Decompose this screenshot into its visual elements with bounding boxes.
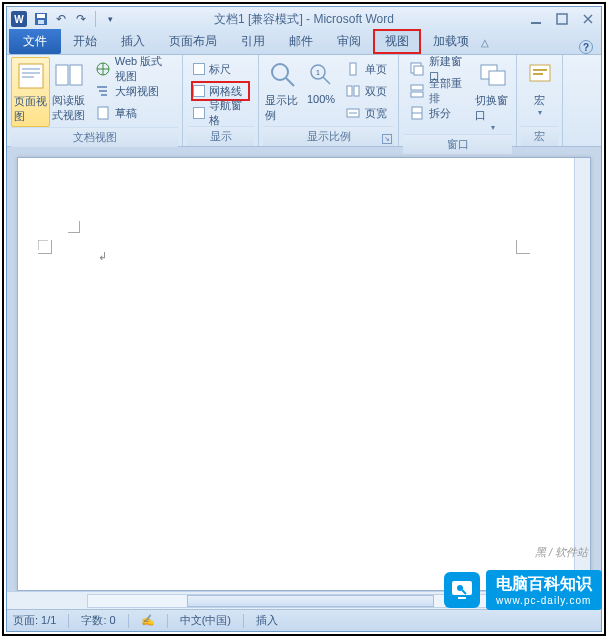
zoom-button[interactable]: 显示比例 [263,57,303,125]
tab-review[interactable]: 审阅 [325,29,373,54]
group-window: 新建窗口 全部重排 拆分 切换窗口 ▾ 窗口 [399,55,517,146]
svg-rect-14 [101,94,107,96]
tab-addins[interactable]: 加载项 [421,29,481,54]
close-button[interactable] [579,12,597,26]
svg-rect-4 [557,14,567,24]
document-area: ↲ [7,147,601,609]
navpane-checkbox[interactable]: 导航窗格 [191,103,250,123]
svg-rect-9 [56,65,68,85]
split-label: 拆分 [429,106,451,121]
qat-customize-icon[interactable]: ▾ [101,10,119,28]
minimize-button[interactable] [527,12,545,26]
margin-corner-tr [516,240,530,254]
tab-file[interactable]: 文件 [9,29,61,54]
group-label-macros: 宏 [521,126,558,146]
macros-button[interactable]: 宏 ▾ [521,57,558,119]
svg-rect-35 [533,73,543,75]
svg-rect-26 [414,66,423,75]
reading-layout-label: 阅读版式视图 [52,93,87,123]
svg-rect-37 [458,597,466,599]
word-app-icon: W [11,11,27,27]
svg-rect-8 [22,76,34,78]
two-page-button[interactable]: 双页 [343,81,389,101]
redo-icon[interactable]: ↷ [72,10,90,28]
svg-point-16 [272,64,288,80]
svg-rect-3 [531,22,541,24]
switch-windows-button[interactable]: 切换窗口 ▾ [473,57,512,134]
svg-line-20 [323,77,330,84]
svg-line-17 [286,78,294,86]
svg-rect-6 [22,68,40,70]
status-language[interactable]: 中文(中国) [180,613,231,628]
svg-rect-2 [38,20,44,24]
svg-rect-10 [70,65,82,85]
page-width-button[interactable]: 页宽 [343,103,389,123]
ribbon: 页面视图 阅读版式视图 Web 版式视图 大纲视图 [7,55,601,147]
macros-label: 宏 [534,93,545,108]
svg-rect-28 [411,92,423,97]
status-bar: 页面: 1/1 字数: 0 ✍ 中文(中国) 插入 [7,609,601,631]
page-width-label: 页宽 [365,106,387,121]
tab-view[interactable]: 视图 [373,29,421,54]
checkbox-icon [193,107,205,119]
svg-rect-21 [350,63,356,75]
one-page-button[interactable]: 单页 [343,59,389,79]
reading-layout-button[interactable]: 阅读版式视图 [50,57,89,125]
tab-references[interactable]: 引用 [229,29,277,54]
window-title: 文档1 [兼容模式] - Microsoft Word [214,11,394,28]
split-button[interactable]: 拆分 [407,103,469,123]
zoom-100-button[interactable]: 1 100% [303,57,339,107]
svg-rect-1 [37,14,45,18]
group-label-views: 文档视图 [11,127,178,147]
tab-home[interactable]: 开始 [61,29,109,54]
watermark-brand: 电脑百科知识 [496,575,592,592]
status-page[interactable]: 页面: 1/1 [13,613,56,628]
status-insert-mode[interactable]: 插入 [256,613,278,628]
navpane-label: 导航窗格 [209,98,248,128]
save-icon[interactable] [32,10,50,28]
tab-layout[interactable]: 页面布局 [157,29,229,54]
switch-windows-label: 切换窗口 [475,93,510,123]
svg-rect-23 [354,86,359,96]
watermark-logo: 电脑百科知识 www.pc-daily.com [444,570,602,610]
tab-insert[interactable]: 插入 [109,29,157,54]
web-layout-button[interactable]: Web 版式视图 [93,59,174,79]
arrange-all-button[interactable]: 全部重排 [407,81,469,101]
watermark-small-text: 黑 / 软件站 [535,545,588,560]
document-page[interactable]: ↲ [17,157,591,591]
status-word-count[interactable]: 字数: 0 [81,613,115,628]
ruler-label: 标尺 [209,62,231,77]
ribbon-minimize-icon[interactable]: △ [481,37,489,48]
dropdown-icon: ▾ [491,123,495,132]
svg-rect-13 [99,90,107,92]
paragraph-mark-icon: ↲ [98,250,107,263]
print-layout-button[interactable]: 页面视图 [11,57,50,127]
dialog-launcher-icon[interactable]: ↘ [382,134,392,144]
vertical-scrollbar[interactable] [574,158,590,590]
checkbox-icon [193,85,205,97]
web-layout-label: Web 版式视图 [115,54,172,84]
maximize-button[interactable] [553,12,571,26]
draft-button[interactable]: 草稿 [93,103,174,123]
titlebar: W ↶ ↷ ▾ 文档1 [兼容模式] - Microsoft Word [7,7,601,31]
checkbox-icon [193,63,205,75]
draft-label: 草稿 [115,106,137,121]
tab-mailings[interactable]: 邮件 [277,29,325,54]
group-document-views: 页面视图 阅读版式视图 Web 版式视图 大纲视图 [7,55,183,146]
watermark-url: www.pc-daily.com [496,595,592,606]
svg-rect-12 [97,86,107,88]
undo-icon[interactable]: ↶ [52,10,70,28]
dropdown-icon: ▾ [538,108,542,117]
group-zoom: 显示比例 1 100% 单页 双页 [259,55,399,146]
two-page-label: 双页 [365,84,387,99]
gridlines-label: 网格线 [209,84,242,99]
group-label-window: 窗口 [403,134,512,154]
help-icon[interactable]: ? [579,40,593,54]
ruler-checkbox[interactable]: 标尺 [191,59,250,79]
svg-rect-22 [347,86,352,96]
svg-rect-7 [22,72,40,74]
status-proofing-icon[interactable]: ✍ [141,614,155,627]
print-layout-label: 页面视图 [14,94,47,124]
app-window: W ↶ ↷ ▾ 文档1 [兼容模式] - Microsoft Word 文件 开… [6,6,602,632]
outline-button[interactable]: 大纲视图 [93,81,174,101]
